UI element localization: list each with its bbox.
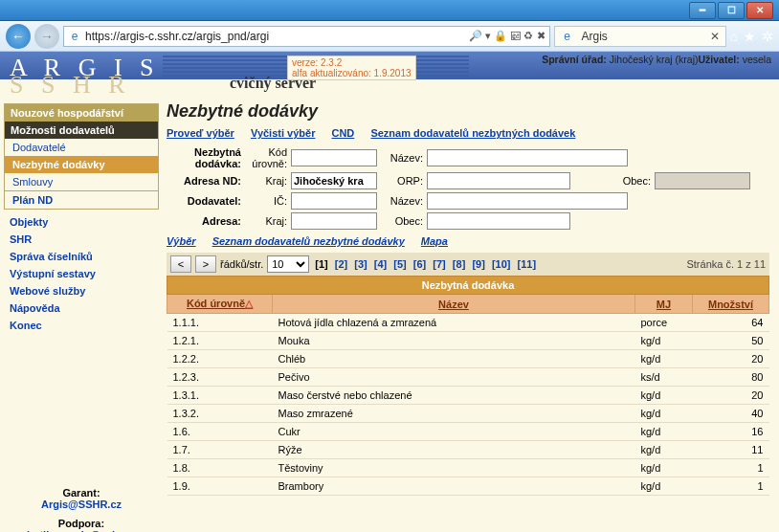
sidebar-support: Garant: Argis@SSHR.cz Podpora: hotline-a… (4, 487, 159, 532)
input-orp[interactable] (427, 172, 570, 189)
minimize-button[interactable]: ━ (689, 2, 716, 19)
action-seznam[interactable]: Seznam dodavatelů nezbytných dodávek (370, 127, 575, 139)
back-button[interactable]: ← (6, 24, 31, 49)
maximize-button[interactable]: ☐ (718, 2, 745, 19)
table-row[interactable]: 1.8.Těstovinykg/d1 (167, 459, 769, 477)
address-icons: 🔎 ▾ 🔒 🗟 ♻ ✖ (469, 30, 545, 42)
table-row[interactable]: 1.2.3.Pečivoks/d80 (167, 368, 769, 387)
action-cnd[interactable]: CND (331, 127, 354, 139)
prev-page-button[interactable]: < (170, 255, 191, 273)
input-nazev[interactable] (427, 149, 628, 166)
sidebar-link-objekty[interactable]: Objekty (4, 213, 159, 231)
action-vycisti[interactable]: Vyčisti výběr (251, 127, 315, 139)
page-links: [1] [2] [3] [4] [5] [6] [7] [8] [9] [10]… (313, 258, 538, 270)
sidebar-link-napoveda[interactable]: Nápověda (4, 299, 159, 317)
label-adresa-nd: Adresa ND: (167, 175, 241, 187)
window-titlebar: ━ ☐ ✕ (0, 0, 779, 21)
sidebar: Nouzové hospodářství Možnosti dodavatelů… (0, 98, 163, 532)
server-label: cvičný server (230, 75, 316, 92)
toolbar-right-icons: ⌂ ★ ✲ (730, 29, 773, 44)
home-icon[interactable]: ⌂ (730, 29, 738, 44)
url-text: https://argis-c.sshr.cz/argis_pnd/argi (85, 30, 469, 43)
input-adr-obec[interactable] (427, 212, 570, 230)
table-row[interactable]: 1.7.Rýžekg/d11 (167, 441, 769, 459)
input-adr-kraj[interactable] (291, 212, 377, 230)
col-mj[interactable]: MJ (635, 295, 693, 314)
ie-icon: e (68, 30, 81, 43)
col-nazev[interactable]: Název (273, 295, 635, 314)
sidebar-link-konec[interactable]: Konec (4, 317, 159, 334)
col-mnoz[interactable]: Množství (693, 295, 769, 314)
table-row[interactable]: 1.3.2.Maso zmrazenékg/d40 (167, 405, 769, 423)
next-page-button[interactable]: > (195, 255, 216, 273)
table-controls: < > řádků/str. 10 [1] [2] [3] [4] [5] [6… (167, 253, 769, 276)
sort-asc-icon: △ (245, 298, 253, 309)
tab-title: Argis (582, 30, 608, 43)
app-logo-shadow: S S H R (10, 71, 131, 100)
sub-seznam[interactable]: Seznam dodavatelů nezbytné dodávky (212, 235, 405, 247)
table-row[interactable]: 1.2.1.Moukakg/d50 (167, 332, 769, 350)
app-header: A R G I S S S H R verze: 2.3.2 alfa aktu… (0, 52, 779, 98)
sidebar-item-plan-nd[interactable]: Plán ND (5, 190, 158, 209)
ie-icon: e (561, 30, 574, 43)
forward-button[interactable]: → (34, 24, 59, 49)
rows-per-page-select[interactable]: 10 (267, 255, 309, 273)
favorites-icon[interactable]: ★ (744, 29, 756, 44)
sidebar-link-ciselniky[interactable]: Správa číselníků (4, 248, 159, 265)
table-row[interactable]: 1.6.Cukrkg/d16 (167, 423, 769, 441)
input-kraj[interactable] (291, 172, 377, 189)
sidebar-group-sub[interactable]: Možnosti dodavatelů (5, 122, 158, 139)
label-dodavatel: Dodavatel: (167, 195, 241, 207)
tab-close-icon[interactable]: ✕ (710, 30, 720, 43)
col-kod[interactable]: Kód úrovně△ (167, 295, 273, 314)
header-userinfo: Správní úřad: Jihočeský kraj (kraj)Uživa… (542, 54, 771, 65)
browser-tab[interactable]: e Argis ✕ (554, 26, 726, 47)
table-row[interactable]: 1.3.1.Maso čerstvé nebo chlazenékg/d20 (167, 387, 769, 405)
data-table: Nezbytná dodávka Kód úrovně△ Název MJ Mn… (167, 276, 769, 496)
page-info: Stránka č. 1 z 11 (686, 258, 766, 270)
input-dodavatel-nazev[interactable] (427, 192, 628, 210)
sub-vyber[interactable]: Výběr (167, 235, 196, 247)
action-proved[interactable]: Proveď výběr (167, 127, 234, 139)
table-row[interactable]: 1.9.Bramborykg/d1 (167, 477, 769, 496)
page-title: Nezbytné dodávky (167, 101, 769, 122)
tools-icon[interactable]: ✲ (762, 29, 773, 44)
address-bar[interactable]: e https://argis-c.sshr.cz/argis_pnd/argi… (63, 26, 550, 47)
main-content: Nezbytné dodávky Proveď výběr Vyčisti vý… (163, 98, 779, 532)
sub-action-links: Výběr Seznam dodavatelů nezbytné dodávky… (167, 235, 769, 247)
input-ic[interactable] (291, 192, 377, 210)
table-row[interactable]: 1.1.1.Hotová jídla chlazená a zmrazenápo… (167, 314, 769, 332)
sidebar-item-nezbytne[interactable]: Nezbytné dodávky (5, 156, 158, 173)
input-obec-nd[interactable] (655, 172, 750, 189)
garant-link[interactable]: Argis@SSHR.cz (41, 499, 122, 510)
label-dodavka: Nezbytná dodávka: (167, 146, 241, 169)
sidebar-item-dodavatele[interactable]: Dodavatelé (5, 139, 158, 156)
action-links: Proveď výběr Vyčisti výběr CND Seznam do… (167, 127, 769, 139)
sidebar-link-sestavy[interactable]: Výstupní sestavy (4, 265, 159, 282)
label-adresa: Adresa: (167, 215, 241, 227)
sidebar-link-shr[interactable]: SHR (4, 231, 159, 248)
close-button[interactable]: ✕ (746, 2, 773, 19)
browser-toolbar: ← → e https://argis-c.sshr.cz/argis_pnd/… (0, 21, 779, 52)
table-header-span: Nezbytná dodávka (167, 277, 769, 295)
input-kod[interactable] (291, 149, 377, 166)
table-row[interactable]: 1.2.2.Chlébkg/d20 (167, 350, 769, 368)
sidebar-link-webove[interactable]: Webové služby (4, 282, 159, 299)
sub-mapa[interactable]: Mapa (421, 235, 448, 247)
sidebar-group-title[interactable]: Nouzové hospodářství (5, 104, 158, 122)
sidebar-item-smlouvy[interactable]: Smlouvy (5, 173, 158, 190)
